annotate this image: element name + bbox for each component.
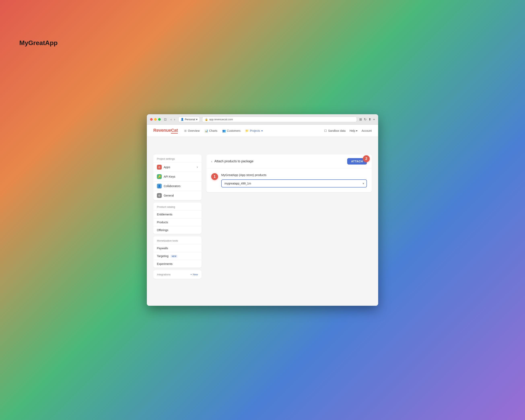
new-tab-icon[interactable]: + (373, 118, 375, 121)
nav-overview-label: Overview (188, 129, 199, 132)
app-content: RevenueCat ⊞ Overview 📊 Charts 👥 Custome… (147, 125, 378, 306)
traffic-lights (150, 118, 161, 121)
sidebar-item-offerings[interactable]: Offerings (153, 226, 202, 234)
product-select[interactable]: mygreatapp_499_1m mygreatapp_999_1m mygr… (221, 179, 367, 187)
nav-charts-label: Charts (209, 129, 217, 132)
profile-button[interactable]: 👤 Personal ▾ (178, 117, 200, 122)
nav-projects[interactable]: 📁 Projects ▾ (245, 128, 263, 133)
sidebar-item-experiments[interactable]: Experiments (153, 260, 202, 268)
charts-icon: 📊 (205, 129, 208, 132)
main-layout: MyGreatApp Project settings ⚙ Apps ▾ (147, 137, 378, 285)
monetization-tools-header: Monetization tools (153, 236, 202, 244)
project-settings-header: Project settings (153, 154, 202, 162)
step2-wrapper: ATTACH 2 (347, 158, 367, 165)
sidebar-item-entitlements[interactable]: Entitlements (153, 210, 202, 218)
browser-window: ⊡ ‹ › 👤 Personal ▾ 🔒 app.revenuecat.com … (147, 114, 378, 306)
sidebar-api-keys-label: API Keys (164, 175, 175, 178)
sidebar-item-targeting[interactable]: Targeting NEW (153, 252, 202, 260)
maximize-button[interactable] (158, 118, 161, 121)
sidebar-item-products[interactable]: Products (153, 218, 202, 226)
monetization-tools-section: Monetization tools Paywalls Targeting NE… (153, 236, 202, 268)
nav-charts[interactable]: 📊 Charts (205, 128, 217, 133)
account-button[interactable]: Account (361, 129, 372, 132)
lock-icon: 🔒 (205, 118, 208, 121)
help-label: Help (350, 129, 356, 132)
browser-actions: ⊞ ↻ ⬆ + (359, 117, 375, 121)
integrations-header: Integrations + New (153, 270, 202, 279)
profile-icon: 👤 (181, 118, 184, 121)
sidebar-item-api-keys[interactable]: 🔑 API Keys (153, 172, 202, 181)
apps-chevron-icon: ▾ (197, 166, 198, 168)
step1-badge: 1 (211, 173, 218, 180)
panel-header-left: ‹ Attach products to package (211, 159, 253, 164)
profile-label: Personal (185, 118, 195, 121)
nav-arrows: ‹ › (170, 117, 176, 122)
sandbox-icon: ☐ (324, 129, 327, 132)
overview-icon: ⊞ (184, 129, 187, 132)
customers-icon: 👥 (222, 129, 226, 132)
panel-body: 1 MyGreatApp (App store) products mygrea… (206, 168, 372, 192)
step1-content: MyGreatApp (App store) products mygreata… (221, 173, 367, 187)
integrations-new-link[interactable]: + New (190, 273, 198, 276)
sidebar-item-collaborators[interactable]: 👤 Collaborators (153, 181, 202, 191)
projects-chevron-icon: ▾ (261, 129, 263, 132)
sidebar-collaborators-label: Collaborators (164, 185, 180, 188)
browser-chrome: ⊡ ‹ › 👤 Personal ▾ 🔒 app.revenuecat.com … (147, 114, 378, 125)
forward-arrow-button[interactable]: › (173, 117, 176, 122)
back-icon: ‹ (211, 159, 212, 164)
step1-area: 1 MyGreatApp (App store) products mygrea… (211, 173, 367, 187)
back-button[interactable]: ‹ (211, 159, 212, 164)
product-catalog-section: Product catalog Entitlements Products Of… (153, 203, 202, 234)
app-header: RevenueCat ⊞ Overview 📊 Charts 👥 Custome… (147, 125, 378, 137)
collaborators-icon: 👤 (157, 184, 162, 188)
integrations-section: Integrations + New (153, 270, 202, 279)
step2-badge: 2 (363, 155, 370, 162)
sandbox-button[interactable]: ☐ Sandbox data (324, 129, 345, 132)
nav-projects-label: Projects (250, 129, 260, 132)
sidebar-item-apps[interactable]: ⚙ Apps ▾ (153, 162, 202, 172)
sidebar-general-label: General (164, 194, 174, 197)
share-icon[interactable]: ⬆ (368, 117, 371, 121)
refresh-icon[interactable]: ↻ (364, 117, 366, 121)
logo[interactable]: RevenueCat (153, 128, 178, 134)
sidebar-item-api-keys-left: 🔑 API Keys (157, 174, 175, 179)
products-label: MyGreatApp (App store) products (221, 173, 367, 177)
integrations-header-text: Integrations (157, 273, 170, 276)
sidebar-toggle-button[interactable]: ⊡ (163, 117, 167, 122)
sidebar-item-collaborators-left: 👤 Collaborators (157, 184, 180, 188)
nav-right: ☐ Sandbox data Help ▾ Account (324, 129, 372, 132)
address-bar[interactable]: 🔒 app.revenuecat.com (202, 117, 357, 122)
sidebar-apps-label: Apps (164, 166, 170, 169)
product-select-wrapper: mygreatapp_499_1m mygreatapp_999_1m mygr… (221, 179, 367, 187)
project-settings-section: Project settings ⚙ Apps ▾ 🔑 API Keys (153, 154, 202, 200)
sandbox-label: Sandbox data (328, 129, 345, 132)
profile-chevron-icon: ▾ (196, 118, 197, 121)
sidebar-item-apps-left: ⚙ Apps (157, 165, 170, 169)
apps-icon: ⚙ (157, 165, 162, 169)
targeting-label: Targeting (157, 254, 169, 258)
panel-title: Attach products to package (215, 159, 253, 163)
projects-icon: 📁 (245, 129, 249, 132)
translate-icon[interactable]: ⊞ (359, 117, 362, 121)
new-badge: NEW (170, 255, 178, 258)
sidebar-item-general-left: ⚙ General (157, 193, 174, 198)
back-arrow-button[interactable]: ‹ (170, 117, 172, 122)
nav-customers-label: Customers (227, 129, 241, 132)
main-nav: ⊞ Overview 📊 Charts 👥 Customers 📁 Projec… (184, 128, 318, 133)
help-button[interactable]: Help ▾ (350, 129, 358, 132)
close-button[interactable] (150, 118, 153, 121)
nav-customers[interactable]: 👥 Customers (222, 128, 241, 133)
api-keys-icon: 🔑 (157, 174, 162, 179)
product-catalog-header: Product catalog (153, 203, 202, 210)
logo-text: RevenueCat (153, 128, 178, 133)
sidebar-item-general[interactable]: ⚙ General (153, 191, 202, 200)
nav-overview[interactable]: ⊞ Overview (184, 128, 199, 133)
general-icon: ⚙ (157, 193, 162, 198)
main-panel-card: ‹ Attach products to package ATTACH 2 1 (206, 154, 372, 192)
panel-header: ‹ Attach products to package ATTACH 2 (206, 154, 372, 168)
url-text: app.revenuecat.com (209, 118, 233, 121)
sidebar-item-paywalls[interactable]: Paywalls (153, 244, 202, 252)
account-label: Account (361, 129, 372, 132)
help-chevron-icon: ▾ (356, 129, 357, 132)
minimize-button[interactable] (154, 118, 157, 121)
